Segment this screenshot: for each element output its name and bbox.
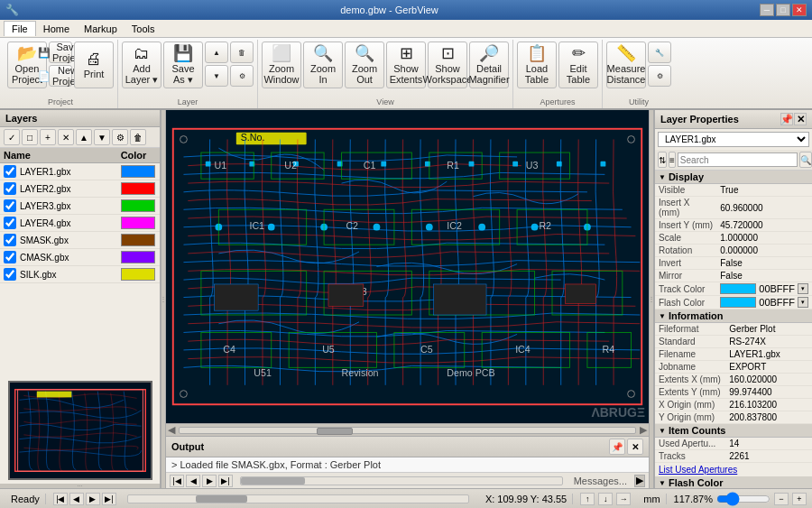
horizontal-scrollbar[interactable]: ◀ ▶ bbox=[166, 423, 649, 436]
silk-color[interactable] bbox=[121, 268, 155, 281]
utility-btn1[interactable]: 🔧 bbox=[648, 42, 671, 63]
save-project-button[interactable]: 💾 SaveProject bbox=[49, 42, 72, 63]
menu-tools[interactable]: Tools bbox=[125, 22, 162, 36]
output-first-btn[interactable]: |◀ bbox=[170, 475, 184, 487]
status-prev-btn[interactable]: ◀ bbox=[69, 493, 84, 505]
cmask-color[interactable] bbox=[121, 251, 155, 263]
output-prev-btn[interactable]: ◀ bbox=[186, 475, 200, 487]
list-item[interactable]: LAYER3.gbx bbox=[0, 198, 160, 215]
layer-down-button[interactable]: ▼ bbox=[205, 65, 228, 87]
layers-add[interactable]: + bbox=[40, 129, 56, 145]
status-last-btn[interactable]: ▶| bbox=[102, 493, 116, 505]
output-next-btn[interactable]: ▶ bbox=[202, 475, 217, 487]
status-next-btn[interactable]: ▶ bbox=[86, 493, 100, 505]
layers-check-all[interactable]: ✓ bbox=[4, 129, 20, 145]
layers-move-down[interactable]: ▼ bbox=[94, 129, 110, 145]
output-last-btn[interactable]: ▶| bbox=[218, 475, 233, 487]
status-scrollbar-track[interactable] bbox=[127, 494, 469, 503]
measure-distance-button[interactable]: 📏 MeasureDistance bbox=[606, 42, 646, 88]
layer3-checkbox[interactable] bbox=[4, 199, 16, 212]
show-extents-button[interactable]: ⊞ ShowExtents bbox=[386, 42, 426, 88]
prop-search-input[interactable] bbox=[678, 152, 798, 167]
scroll-thumb-h[interactable] bbox=[317, 428, 353, 435]
flash-color-section-header[interactable]: ▼ Flash Color bbox=[655, 476, 812, 488]
layers-delete2[interactable]: 🗑 bbox=[130, 129, 146, 145]
layer1-color[interactable] bbox=[121, 165, 155, 178]
layer4-color[interactable] bbox=[121, 217, 155, 229]
status-first-btn[interactable]: |◀ bbox=[53, 493, 68, 505]
layers-uncheck-all[interactable]: □ bbox=[22, 129, 38, 145]
properties-pin-btn[interactable]: 📌 bbox=[780, 113, 793, 125]
track-color-swatch[interactable] bbox=[720, 283, 756, 294]
output-scroll-right[interactable]: ▶ bbox=[634, 475, 645, 487]
status-scrollbar-thumb[interactable] bbox=[196, 495, 247, 503]
list-item[interactable]: SMASK.gbx bbox=[0, 232, 160, 249]
output-scrollbar-thumb[interactable] bbox=[241, 477, 305, 485]
layer4-checkbox[interactable] bbox=[4, 217, 16, 229]
list-item[interactable]: LAYER1.gbx bbox=[0, 163, 160, 180]
prop-search-btn[interactable]: 🔍 bbox=[799, 152, 812, 168]
layers-move-up[interactable]: ▲ bbox=[76, 129, 92, 145]
flash-color-btn[interactable]: ▾ bbox=[798, 297, 808, 308]
status-down-btn[interactable]: ↓ bbox=[598, 493, 613, 505]
file-selector[interactable]: LAYER1.gbx bbox=[658, 132, 809, 147]
layer2-color[interactable] bbox=[121, 182, 155, 195]
maximize-button[interactable]: □ bbox=[776, 4, 790, 16]
output-close-button[interactable]: ✕ bbox=[627, 439, 643, 455]
new-project-button[interactable]: 📄 NewProject bbox=[49, 65, 72, 87]
delete-layer-button[interactable]: 🗑 bbox=[230, 42, 254, 63]
add-layer-button[interactable]: 🗂 AddLayer ▾ bbox=[122, 42, 161, 88]
cmask-checkbox[interactable] bbox=[4, 251, 16, 263]
flash-color-swatch[interactable] bbox=[720, 297, 756, 308]
edit-table-button[interactable]: ✏ EditTable bbox=[558, 42, 598, 88]
prop-cat-btn[interactable]: ≡ bbox=[669, 152, 676, 168]
output-pin-button[interactable]: 📌 bbox=[609, 439, 625, 455]
item-counts-section-header[interactable]: ▼ Item Counts bbox=[655, 424, 812, 438]
layer3-color[interactable] bbox=[121, 199, 155, 212]
pcb-canvas[interactable]: S.No. bbox=[166, 110, 649, 423]
status-up-btn[interactable]: ↑ bbox=[580, 493, 595, 505]
menu-home[interactable]: Home bbox=[36, 22, 77, 36]
display-section-header[interactable]: ▼ Display bbox=[655, 171, 812, 184]
list-item[interactable]: LAYER4.gbx bbox=[0, 215, 160, 232]
layer-up-button[interactable]: ▲ bbox=[205, 42, 228, 63]
load-table-button[interactable]: 📋 LoadTable bbox=[517, 42, 557, 88]
scroll-right-btn[interactable]: ▶ bbox=[638, 424, 649, 436]
zoom-window-button[interactable]: ⬜ ZoomWindow bbox=[262, 42, 301, 88]
detail-magnifier-button[interactable]: 🔎 DetailMagnifier bbox=[469, 42, 509, 88]
layer1-checkbox[interactable] bbox=[4, 165, 16, 178]
layer2-checkbox[interactable] bbox=[4, 182, 16, 195]
list-item[interactable]: CMASK.gbx bbox=[0, 249, 160, 266]
save-as-button[interactable]: 💾 SaveAs ▾ bbox=[163, 42, 203, 88]
zoom-out-button[interactable]: 🔍 ZoomOut bbox=[345, 42, 384, 88]
menu-markup[interactable]: Markup bbox=[77, 22, 125, 36]
list-item[interactable]: LAYER2.gbx bbox=[0, 180, 160, 198]
layers-delete[interactable]: ✕ bbox=[58, 129, 74, 145]
menu-file[interactable]: File bbox=[4, 21, 36, 36]
print-button[interactable]: 🖨 Print bbox=[74, 42, 114, 88]
show-workspace-button[interactable]: ⊡ ShowWorkspace bbox=[428, 42, 467, 88]
smask-color[interactable] bbox=[121, 234, 155, 246]
properties-close-btn[interactable]: ✕ bbox=[794, 113, 807, 125]
prop-sort-btn[interactable]: ⇅ bbox=[658, 152, 667, 168]
utility-btn2[interactable]: ⚙ bbox=[648, 65, 671, 87]
smask-checkbox[interactable] bbox=[4, 234, 16, 246]
list-used-apertures-link[interactable]: List Used Apertures bbox=[655, 463, 812, 476]
zoom-in-button[interactable]: 🔍 ZoomIn bbox=[303, 42, 343, 88]
layers-settings[interactable]: ⚙ bbox=[112, 129, 128, 145]
scroll-track-h[interactable] bbox=[179, 427, 636, 434]
minimize-button[interactable]: ─ bbox=[760, 4, 774, 16]
close-button[interactable]: ✕ bbox=[792, 4, 807, 16]
status-right-btn[interactable]: → bbox=[616, 493, 631, 505]
zoom-slider[interactable] bbox=[716, 492, 770, 506]
layer-settings-button[interactable]: ⚙ bbox=[230, 65, 254, 87]
zoom-out-status-btn[interactable]: − bbox=[774, 493, 789, 505]
list-item[interactable]: SILK.gbx bbox=[0, 266, 160, 283]
track-color-btn[interactable]: ▾ bbox=[798, 283, 808, 294]
splitter-horizontal[interactable]: ··· bbox=[0, 484, 160, 488]
silk-checkbox[interactable] bbox=[4, 268, 16, 281]
scroll-left-btn[interactable]: ◀ bbox=[166, 424, 177, 436]
information-section-header[interactable]: ▼ Information bbox=[655, 309, 812, 323]
output-scrollbar-track[interactable] bbox=[240, 476, 563, 485]
zoom-in-status-btn[interactable]: + bbox=[792, 493, 807, 505]
